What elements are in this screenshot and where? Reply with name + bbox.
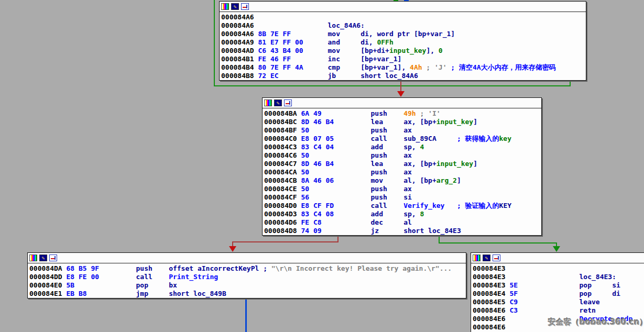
asm-token: 50 (301, 168, 370, 176)
ida-graph-canvas[interactable]: ✎ 000084A6000084A6 loc_84A6:000084A6 8B … (0, 0, 644, 332)
asm-token: leave (580, 298, 600, 306)
asm-code-listing[interactable]: 000084DA 68 B5 9F push offset aIncorrect… (28, 263, 466, 298)
asm-token: 5F (509, 290, 579, 297)
asm-token: 0FFh (377, 38, 393, 46)
node-edit-icon[interactable]: ✎ (483, 254, 490, 261)
asm-token: 000084CB (264, 176, 301, 184)
asm-line[interactable]: 000084CB 8A 46 06 mov al, [bp+arg_2] (264, 176, 541, 185)
asm-token: 000084C0 (264, 135, 301, 142)
asm-line[interactable]: 000084C0 E8 07 05 call sub_89CA ; 获得输入的k… (264, 135, 541, 143)
node-edit-icon[interactable]: ✎ (231, 3, 239, 10)
asm-line[interactable]: 000084A6 8B 7E FF mov di, word ptr [bp+v… (221, 30, 586, 38)
asm-line[interactable]: 000084BF 50 push ax (264, 126, 541, 135)
asm-token: EB B8 (66, 290, 136, 297)
arrowhead-down-red (229, 246, 236, 252)
asm-token: call (136, 273, 169, 281)
asm-line[interactable]: 000084D8 74 09 jz short loc_84E3 (264, 227, 541, 235)
asm-token: retn (580, 306, 596, 314)
asm-line[interactable]: 000084C6 50 push ax (264, 151, 541, 160)
asm-line[interactable]: 000084A6 (221, 13, 586, 21)
asm-token: ; 验证输入的 (444, 202, 499, 209)
asm-token: 6A 49 (301, 109, 370, 117)
node-edit-icon[interactable]: ✎ (39, 254, 47, 261)
asm-line[interactable]: 000084B1 FE 46 FF inc [bp+var_1] (221, 55, 586, 63)
node-titlebar[interactable]: ✎ (263, 98, 541, 108)
asm-token: key (499, 135, 511, 142)
asm-line[interactable]: 000084E6 C3 retn (473, 306, 644, 315)
node-color-palette-icon[interactable] (473, 254, 481, 261)
asm-line[interactable]: 000084A9 81 E7 FF 00 and di, 0FFh (221, 38, 586, 47)
node-titlebar[interactable]: ✎ (220, 2, 586, 12)
asm-token: 83 C4 08 (301, 210, 370, 218)
node-titlebar[interactable]: ✎ (28, 253, 466, 263)
asm-line[interactable]: 000084B8 72 EC jb short loc_84A6 (221, 72, 586, 80)
node-group-icon[interactable] (241, 3, 249, 10)
asm-line[interactable]: 000084A6 loc_84A6: (221, 21, 586, 30)
asm-token: mov al, [bp+ (371, 176, 436, 184)
asm-line[interactable]: 000084DD E8 FE 00 call Print_String (29, 273, 466, 281)
asm-line[interactable]: 000084E3 5E pop si (473, 281, 644, 290)
basic-block-84DA-incorrect-key[interactable]: ✎ 000084DA 68 B5 9F push offset aIncorre… (27, 252, 466, 298)
asm-token: 8D 46 B4 (301, 118, 370, 126)
asm-line[interactable]: 000084E1 EB B8 jmp short loc_849B (29, 290, 466, 298)
node-group-icon[interactable] (493, 254, 500, 261)
asm-line[interactable]: 000084AD C6 43 B4 00 mov [bp+di+input_ke… (221, 47, 586, 55)
asm-line[interactable]: 000084E3 (473, 264, 644, 273)
asm-line[interactable]: 000084D6 FE C8 dec al (264, 218, 541, 227)
asm-token: 000084DD (29, 273, 66, 281)
asm-token: ; 'J' (422, 63, 451, 71)
asm-line[interactable]: 000084B4 80 7E FF 4A cmp [bp+var_1], 4Ah… (221, 63, 586, 72)
basic-block-loc-84A6[interactable]: ✎ 000084A6000084A6 loc_84A6:000084A6 8B … (219, 1, 586, 81)
asm-line[interactable]: 000084E5 C9 leave (473, 298, 644, 306)
asm-token: 83 C4 04 (301, 143, 370, 151)
asm-token: Print_String (169, 273, 218, 281)
basic-block-84BA-verify-key[interactable]: ✎ 000084BA 6A 49 push 49h ; 'I'000084BC … (262, 97, 542, 236)
asm-line[interactable]: 000084CF 56 push si (264, 193, 541, 202)
asm-line[interactable]: 000084CE 50 push ax (264, 185, 541, 193)
node-group-icon[interactable] (284, 99, 292, 106)
asm-token: 000084E0 (29, 281, 66, 289)
asm-token: pop bx (136, 281, 177, 289)
asm-token: 000084E4 (473, 290, 509, 297)
node-color-palette-icon[interactable] (29, 254, 37, 261)
node-color-palette-icon[interactable] (221, 3, 229, 10)
watermark-text: 安全客（bobao.360.cn） (548, 317, 644, 327)
node-edit-icon[interactable]: ✎ (274, 99, 282, 106)
asm-token: add sp, (371, 143, 420, 151)
node-color-palette-icon[interactable] (264, 99, 272, 106)
edge-segment (400, 80, 401, 92)
asm-token: 0 (439, 47, 443, 54)
asm-token: dec al (371, 218, 412, 226)
asm-line[interactable]: 000084CA 50 push ax (264, 168, 541, 176)
asm-token: ; 获得输入的 (436, 135, 499, 142)
asm-token: ; 'I' (416, 109, 441, 117)
asm-line[interactable]: 000084BA 6A 49 push 49h ; 'I' (264, 109, 541, 118)
asm-code-listing[interactable]: 000084A6000084A6 loc_84A6:000084A6 8B 7E… (220, 12, 586, 80)
asm-token: loc_84A6: (254, 21, 365, 29)
asm-line[interactable]: 000084D0 E8 CF FD call Verify_key ; 验证输入… (264, 202, 541, 210)
asm-line[interactable]: 000084C7 8D 46 B4 lea ax, [bp+input_key] (264, 160, 541, 168)
asm-token: inc [bp+var_1] (328, 55, 402, 63)
asm-line[interactable]: 000084E3 loc_84E3: (473, 273, 644, 281)
arrowhead-down-green (553, 246, 560, 252)
asm-token: push ax (371, 168, 412, 176)
asm-token: 49h (403, 109, 416, 117)
asm-token: push si (371, 193, 412, 201)
node-titlebar[interactable]: ✎ (471, 253, 644, 263)
asm-token: 80 7E FF 4A (258, 63, 328, 71)
asm-line[interactable]: 000084BC 8D 46 B4 lea ax, [bp+input_key] (264, 118, 541, 126)
node-group-icon[interactable] (49, 254, 57, 261)
edge-segment (439, 242, 557, 244)
asm-token: 000084CE (264, 185, 301, 193)
asm-token: 000084D0 (264, 202, 301, 209)
asm-token: 000084CF (264, 193, 301, 201)
asm-token: 000084E5 (473, 298, 509, 306)
asm-line[interactable]: 000084E0 5B pop bx (29, 281, 466, 290)
asm-token: push (371, 109, 404, 117)
asm-line[interactable]: 000084C3 83 C4 04 add sp, 4 (264, 143, 541, 151)
asm-line[interactable]: 000084DA 68 B5 9F push offset aIncorrect… (29, 264, 466, 273)
asm-line[interactable]: 000084D3 83 C4 08 add sp, 8 (264, 210, 541, 218)
asm-token: 000084D3 (264, 210, 301, 218)
asm-code-listing[interactable]: 000084BA 6A 49 push 49h ; 'I'000084BC 8D… (263, 108, 541, 235)
asm-line[interactable]: 000084E4 5F pop di (473, 290, 644, 298)
